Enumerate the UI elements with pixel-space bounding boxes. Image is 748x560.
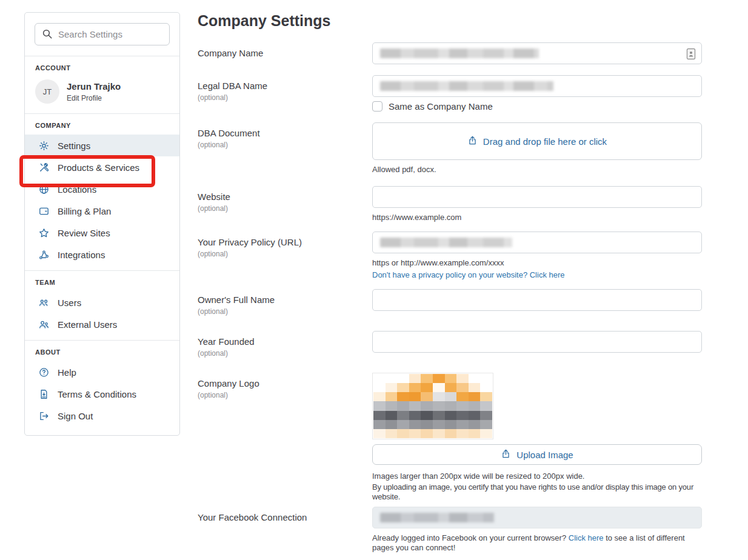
redacted-value — [380, 48, 694, 58]
upload-icon — [501, 448, 511, 461]
section-header-team: TEAM — [25, 271, 179, 289]
sidebar-item-locations[interactable]: Locations — [25, 178, 179, 200]
privacy-policy-link[interactable]: Don't have a privacy policy on your webs… — [372, 270, 702, 280]
users-icon — [38, 297, 50, 308]
sidebar-item-help[interactable]: Help — [25, 361, 179, 383]
autofill-contact-icon[interactable] — [686, 48, 696, 62]
field-row-privacy-policy: Your Privacy Policy (URL) (optional) htt… — [198, 232, 702, 280]
field-row-owner-name: Owner's Full Name (optional) — [198, 289, 702, 316]
wallet-icon — [38, 205, 50, 217]
year-founded-input[interactable] — [372, 331, 702, 353]
account-row: JT Jerun Trajko Edit Profile — [25, 75, 179, 113]
field-row-dba-document: DBA Document (optional) Drag and drop fi… — [198, 122, 702, 175]
website-input[interactable] — [372, 186, 702, 208]
field-row-company-name: Company Name — [198, 42, 702, 64]
logo-hint-1: Images larger than 200px wide will be re… — [372, 472, 702, 481]
settings-sidebar: ACCOUNT JT Jerun Trajko Edit Profile COM… — [24, 12, 180, 436]
sidebar-item-label: External Users — [58, 319, 117, 330]
upload-icon — [467, 135, 478, 147]
field-label: Website — [198, 192, 372, 202]
search-settings-box — [35, 23, 170, 45]
dba-document-dropzone[interactable]: Drag and drop file here or click — [372, 122, 702, 160]
privacy-policy-hint: https or http://www.example.com/xxxx — [372, 258, 702, 268]
help-icon — [38, 367, 50, 378]
sidebar-item-label: Review Sites — [58, 228, 110, 238]
sidebar-item-external-users[interactable]: External Users — [25, 313, 179, 335]
dba-document-hint: Allowed pdf, docx. — [372, 165, 702, 175]
optional-tag: (optional) — [198, 391, 372, 399]
redacted-value — [380, 81, 694, 91]
field-label: Legal DBA Name — [198, 81, 372, 91]
search-settings-input[interactable] — [35, 23, 170, 45]
redacted-value — [380, 238, 694, 247]
dropzone-label: Drag and drop file here or click — [483, 136, 607, 147]
sidebar-item-products-services[interactable]: Products & Services — [25, 156, 179, 178]
optional-tag: (optional) — [198, 307, 372, 316]
sidebar-item-integrations[interactable]: Integrations — [25, 244, 179, 265]
sidebar-item-users[interactable]: Users — [25, 292, 179, 313]
redacted-value — [380, 513, 694, 522]
same-as-company-name-checkbox[interactable] — [372, 101, 382, 112]
page-title: Company Settings — [198, 12, 330, 30]
user-name: Jerun Trajko — [67, 81, 121, 92]
company-name-input[interactable] — [372, 42, 702, 64]
field-row-website: Website (optional) https://www.example.c… — [198, 186, 702, 222]
company-settings-page: ACCOUNT JT Jerun Trajko Edit Profile COM… — [0, 0, 748, 560]
logo-hint-2: By uploading an image, you certify that … — [372, 482, 712, 502]
optional-tag: (optional) — [198, 349, 372, 358]
sidebar-item-label: Help — [58, 367, 76, 378]
sidebar-item-label: Sign Out — [58, 411, 93, 421]
upload-image-label: Upload Image — [516, 450, 573, 460]
section-header-account: ACCOUNT — [25, 56, 179, 75]
privacy-policy-input[interactable] — [372, 232, 702, 253]
tools-icon — [38, 162, 50, 173]
sidebar-item-label: Products & Services — [58, 162, 139, 173]
sidebar-item-billing-plan[interactable]: Billing & Plan — [25, 200, 179, 222]
optional-tag: (optional) — [198, 141, 372, 149]
field-label: Your Privacy Policy (URL) — [198, 237, 372, 247]
sign-out-icon — [38, 410, 50, 422]
field-row-company-logo: Company Logo (optional) Upload Image — [198, 373, 702, 502]
facebook-hint-text: Already logged into Facebook on your cur… — [372, 533, 569, 542]
sidebar-item-settings[interactable]: Settings — [25, 135, 179, 156]
sidebar-item-label: Billing & Plan — [58, 206, 111, 216]
section-header-company: COMPANY — [25, 114, 179, 132]
field-label: DBA Document — [198, 128, 372, 138]
globe-icon — [38, 184, 50, 195]
sidebar-item-review-sites[interactable]: Review Sites — [25, 222, 179, 244]
checkbox-label: Same as Company Name — [389, 101, 493, 112]
field-row-facebook: Your Facebook Connection Already logged … — [198, 507, 702, 553]
sidebar-item-label: Terms & Conditions — [58, 389, 136, 399]
nodes-icon — [38, 249, 50, 261]
optional-tag: (optional) — [198, 250, 372, 258]
website-hint: https://www.example.com — [372, 213, 702, 222]
sidebar-item-label: Integrations — [58, 250, 105, 260]
edit-profile-link[interactable]: Edit Profile — [67, 94, 121, 102]
field-label: Company Logo — [198, 378, 372, 388]
sidebar-item-label: Settings — [58, 141, 90, 151]
field-label: Year Founded — [198, 336, 372, 347]
field-row-legal-dba: Legal DBA Name (optional) Same as Compan… — [198, 75, 702, 112]
owner-name-input[interactable] — [372, 289, 702, 311]
sidebar-item-label: Locations — [58, 184, 96, 195]
document-icon — [38, 388, 50, 400]
upload-image-button[interactable]: Upload Image — [372, 444, 702, 465]
field-label: Company Name — [198, 48, 372, 58]
search-icon — [42, 28, 53, 39]
facebook-hint: Already logged into Facebook on your cur… — [372, 533, 704, 553]
field-label: Owner's Full Name — [198, 295, 372, 305]
company-logo-image — [372, 373, 493, 439]
field-row-year-founded: Year Founded (optional) — [198, 331, 702, 358]
sidebar-item-terms-conditions[interactable]: Terms & Conditions — [25, 383, 179, 405]
legal-dba-input[interactable] — [372, 75, 702, 97]
optional-tag: (optional) — [198, 204, 372, 213]
facebook-click-here-link[interactable]: Click here — [569, 533, 604, 542]
avatar: JT — [35, 79, 59, 104]
field-label: Your Facebook Connection — [198, 512, 372, 522]
sidebar-item-sign-out[interactable]: Sign Out — [25, 405, 179, 427]
facebook-connection-input — [372, 507, 702, 528]
star-icon — [38, 227, 50, 239]
sidebar-item-label: Users — [58, 298, 81, 308]
optional-tag: (optional) — [198, 93, 372, 102]
section-header-about: ABOUT — [25, 341, 179, 359]
